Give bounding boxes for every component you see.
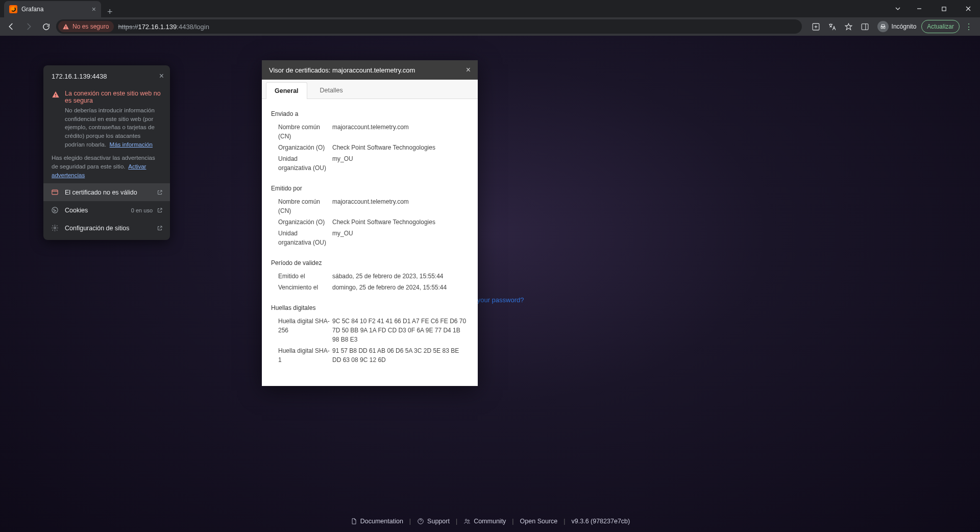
cert-section-fingerprints: Huellas digitales [271, 304, 469, 311]
svg-rect-12 [52, 190, 57, 195]
svg-point-13 [52, 207, 57, 213]
cert-row: Vencimiento eldomingo, 25 de febrero de … [271, 282, 469, 293]
warning-triangle-icon [52, 90, 60, 149]
cert-row: Organización (O)Check Point Software Tec… [271, 216, 469, 228]
svg-rect-11 [55, 96, 56, 96]
certificate-invalid-icon [51, 188, 59, 196]
browser-menu-button[interactable]: ⋮ [962, 22, 976, 32]
footer-version: v9.3.6 (978237e7cb) [572, 518, 630, 525]
site-info-more-info-link[interactable]: Más información [110, 141, 153, 148]
site-info-cookies-item[interactable]: Cookies 0 en uso [43, 201, 170, 219]
install-app-icon[interactable] [809, 19, 823, 34]
window-controls [889, 0, 980, 17]
svg-point-8 [465, 519, 468, 521]
certificate-viewer-close-icon[interactable]: × [466, 65, 471, 75]
open-external-icon [157, 189, 163, 196]
cert-section-validity: Período de validez [271, 259, 469, 267]
help-icon [417, 518, 424, 525]
security-chip-label: No es seguro [72, 23, 109, 30]
cookies-count: 0 en uso [131, 207, 153, 213]
cert-row: Unidad organizativa (OU)my_OU [271, 153, 469, 174]
svg-rect-0 [942, 7, 945, 10]
svg-point-6 [883, 27, 885, 29]
site-info-settings-item[interactable]: Configuración de sitios [43, 219, 170, 237]
cert-row: Nombre común (CN)majoraccount.telemetry.… [271, 122, 469, 142]
svg-point-9 [468, 520, 470, 521]
svg-point-16 [54, 211, 54, 211]
window-maximize-button[interactable] [932, 0, 955, 17]
site-info-popover: 172.16.1.139:4438 × La conexión con este… [43, 65, 170, 240]
site-info-warning: La conexión con este sitio web no es seg… [43, 87, 170, 149]
cert-row: Unidad organizativa (OU)my_OU [271, 228, 469, 248]
browser-tab-strip: Grafana × + [0, 0, 980, 17]
certificate-tabs: General Detalles [262, 80, 478, 99]
browser-tab[interactable]: Grafana × [4, 1, 101, 17]
certificate-body: Enviado a Nombre común (CN)majoraccount.… [262, 99, 478, 386]
site-info-header: 172.16.1.139:4438 × [43, 65, 170, 87]
update-button[interactable]: Actualizar [921, 20, 960, 33]
cert-section-issued-to: Enviado a [271, 110, 469, 117]
footer-opensource-link[interactable]: Open Source [520, 518, 558, 525]
tab-title: Grafana [21, 6, 88, 13]
footer-community-link[interactable]: Community [463, 518, 506, 525]
omnibox-url: https://172.16.1.139:4438/login [118, 23, 209, 31]
community-icon [463, 518, 471, 525]
side-panel-icon[interactable] [858, 19, 872, 34]
cert-row: Huella digital SHA-2569C 5C 84 10 F2 41 … [271, 316, 469, 345]
gear-icon [51, 224, 59, 232]
nav-back-button[interactable] [4, 19, 18, 34]
footer-documentation-link[interactable]: Documentation [350, 518, 403, 525]
open-external-icon [157, 225, 163, 231]
address-bar: No es seguro https://172.16.1.139:4438/l… [0, 17, 980, 36]
security-chip[interactable]: No es seguro [58, 21, 114, 32]
cert-row: Emitido elsábado, 25 de febrero de 2023,… [271, 271, 469, 282]
tab-close-icon[interactable]: × [92, 5, 96, 13]
grafana-favicon-icon [9, 5, 17, 13]
window-close-button[interactable] [957, 0, 980, 17]
incognito-icon [877, 21, 889, 32]
svg-rect-4 [862, 23, 868, 29]
window-minimize-button[interactable] [908, 0, 931, 17]
new-tab-button[interactable]: + [101, 7, 119, 17]
site-info-warning-body: No deberías introducir información confi… [65, 106, 162, 149]
certificate-viewer-title: Visor de certificados: majoraccount.tele… [262, 60, 478, 80]
toolbar-right: Incógnito Actualizar ⋮ [809, 19, 976, 34]
page-content: Forgot your password? Documentation | Su… [0, 36, 980, 532]
nav-reload-button[interactable] [39, 19, 53, 34]
site-info-subtext: Has elegido desactivar las advertencias … [43, 149, 170, 183]
warning-triangle-icon [62, 23, 69, 30]
svg-rect-10 [55, 94, 56, 95]
svg-point-5 [881, 27, 883, 29]
svg-point-15 [55, 211, 56, 211]
omnibox[interactable]: No es seguro https://172.16.1.139:4438/l… [56, 19, 802, 34]
certificate-viewer: Visor de certificados: majoraccount.tele… [262, 60, 478, 386]
open-external-icon [157, 207, 163, 213]
site-info-close-icon[interactable]: × [159, 71, 164, 81]
document-icon [350, 518, 357, 525]
footer: Documentation | Support | Community | Op… [0, 518, 980, 525]
tab-details[interactable]: Detalles [311, 82, 352, 99]
svg-rect-1 [65, 26, 66, 28]
svg-point-17 [54, 227, 56, 229]
cert-row: Organización (O)Check Point Software Tec… [271, 142, 469, 153]
site-info-host: 172.16.1.139:4438 [52, 72, 107, 80]
cookie-icon [51, 206, 59, 214]
cert-row: Nombre común (CN)majoraccount.telemetry.… [271, 196, 469, 216]
incognito-indicator[interactable]: Incógnito [874, 21, 920, 32]
footer-support-link[interactable]: Support [417, 518, 450, 525]
svg-point-14 [54, 209, 54, 210]
tab-search-button[interactable] [889, 0, 906, 17]
nav-forward-button[interactable] [21, 19, 36, 34]
site-info-warning-title: La conexión con este sitio web no es seg… [65, 90, 162, 104]
translate-icon[interactable] [825, 19, 840, 34]
incognito-label: Incógnito [892, 23, 917, 30]
cert-row: Huella digital SHA-191 57 B8 DD 61 AB 06… [271, 345, 469, 366]
svg-rect-2 [65, 28, 66, 29]
bookmark-star-icon[interactable] [842, 19, 856, 34]
cert-section-issued-by: Emitido por [271, 185, 469, 192]
site-info-certificate-item[interactable]: El certificado no es válido [43, 183, 170, 201]
tab-general[interactable]: General [266, 82, 307, 99]
